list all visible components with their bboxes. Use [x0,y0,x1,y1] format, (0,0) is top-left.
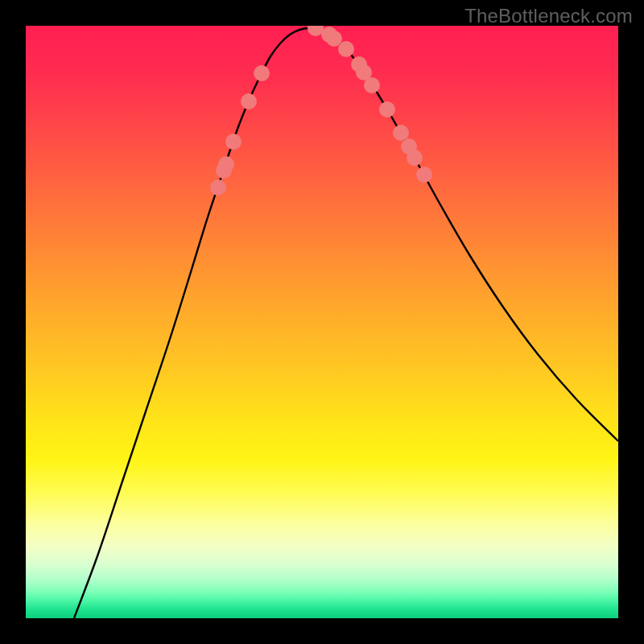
data-dot [210,180,226,196]
data-dot [254,65,270,81]
data-dot [308,26,324,36]
data-dot [241,93,257,109]
data-dot [338,41,354,57]
data-dot [364,77,380,93]
data-dots [210,26,432,196]
data-dot [218,156,234,172]
data-dot [416,167,432,183]
brand-watermark: TheBottleneck.com [464,5,633,27]
data-dot [379,101,395,118]
data-dot [407,150,423,166]
data-dot [225,134,242,150]
plot-area [26,26,618,618]
chart-frame: TheBottleneck.com [0,0,644,644]
data-dot [393,125,409,141]
bottleneck-curve [74,28,618,618]
chart-overlay [26,26,618,618]
